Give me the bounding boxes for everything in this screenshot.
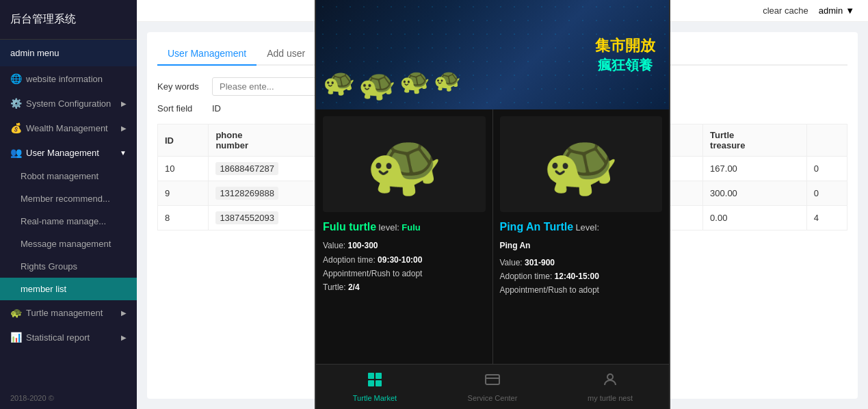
tab-user-management[interactable]: User Management [157,42,257,66]
sidebar-item-wealth-mgmt[interactable]: 💰 Wealth Management ▶ [0,116,137,140]
pingan-method: Appointment/Rush to adopt [500,283,663,297]
fulu-turtle-emoji: 🐢 [366,129,443,200]
fulu-level-prefix: level: [379,222,399,233]
col-id: ID [158,124,209,157]
sidebar-item-turtle-mgmt[interactable]: 🐢 Turtle management ▶ [0,300,137,325]
sidebar-item-label: Turtle management [26,308,103,318]
chevron-down-icon: ▼ [120,149,127,157]
sidebar-item-robot-mgmt[interactable]: Robot management [0,165,137,187]
turtle-emoji-3: 🐢 [399,67,430,103]
sidebar-sub-label: Member recommend... [21,194,110,204]
my-turtle-nest-icon [602,371,618,392]
pingan-level: Ping An [500,239,663,252]
nav-service-center[interactable]: Service Center [434,365,551,409]
fulu-time-label: Adoption time: [323,255,376,265]
turtle-icon: 🐢 [10,307,22,318]
pingan-level-prefix: Level: [575,222,599,233]
fulu-time: 09:30-10:00 [378,255,422,265]
cell-extra: 0 [806,181,847,206]
nav-service-center-label: Service Center [468,394,518,402]
turtle-cards-container: 🐢 Fulu turtle level: Fulu Value: 100-300… [316,109,669,364]
globe-icon: 🌐 [10,73,22,84]
turtle-emoji-1: 🐢 [323,67,355,103]
clear-cache-button[interactable]: clear cache [763,5,808,16]
service-center-icon [484,371,501,392]
fulu-turtle-info: Fulu turtle level: Fulu Value: 100-300 A… [323,217,486,295]
svg-rect-4 [486,375,499,384]
nav-turtle-market[interactable]: Turtle Market [316,365,434,409]
pingan-turtle-emoji: 🐢 [542,129,619,200]
sidebar-item-label: System Configuration [26,98,111,109]
fulu-turtle-count: 2/4 [348,282,360,292]
sidebar-sub-label: Robot management [21,171,98,181]
admin-menu-button[interactable]: admin ▼ [819,5,854,16]
sidebar-item-label: Statistical report [26,332,90,343]
banner-line1: 集市開放 [595,36,655,56]
chevron-icon: ▶ [121,309,127,317]
svg-point-6 [607,374,613,380]
pingan-time: 12:40-15:00 [555,272,599,281]
cell-turtle-treasure: 167.00 [703,157,807,181]
sidebar-sub-label: Rights Groups [21,261,77,272]
fulu-value: 100-300 [347,241,378,250]
tab-add-user[interactable]: Add user [257,42,315,64]
banner-turtle-icons: 🐢 🐢 🐢 🐢 [323,67,461,103]
pingan-value-label: Value: [500,258,523,267]
fulu-turtle-label: Turtle: [323,282,346,292]
col-extra [806,124,847,157]
svg-rect-3 [376,380,382,386]
fulu-name: Fulu turtle [323,221,376,233]
bottom-nav: Turtle Market Service Center my turtle n… [316,364,669,409]
sidebar-item-website-info[interactable]: 🌐 website information [0,66,137,91]
keyword-label: Key words [157,81,205,92]
pingan-turtle-image: 🐢 [500,116,663,212]
fulu-turtle-card: 🐢 Fulu turtle level: Fulu Value: 100-300… [316,109,493,364]
svg-rect-0 [368,373,374,379]
fulu-turtle-image: 🐢 [323,116,486,212]
sidebar-item-system-config[interactable]: ⚙️ System Configuration ▶ [0,91,137,116]
sidebar-sub-label: member list [21,284,66,294]
sidebar-item-stats[interactable]: 📊 Statistical report ▶ [0,325,137,349]
cell-id: 10 [158,157,209,181]
phone-value: 18688467287 [215,162,278,175]
sidebar-item-real-name[interactable]: Real-name manage... [0,210,137,233]
turtle-emoji-4: 🐢 [434,67,461,103]
cell-extra: 0 [806,157,847,181]
sidebar-item-label: Wealth Management [26,123,108,133]
pingan-time-label: Adoption time: [500,272,553,281]
pingan-turtle-card: 🐢 Ping An Turtle Level: Ping An Value: 3… [493,109,670,364]
sort-label: Sort field [157,103,205,114]
pingan-turtle-info: Ping An Turtle Level: Ping An Value: 301… [500,217,663,298]
fulu-value-label: Value: [323,241,345,250]
phone-value: 13874552093 [215,211,278,224]
cell-id: 9 [158,181,209,206]
fulu-level: Fulu [402,222,420,233]
market-banner: 🐢 🐢 🐢 🐢 集市開放 瘋狂領養 [316,0,669,109]
sidebar-item-message-mgmt[interactable]: Message management [0,233,137,255]
footer-copyright: 2018-2020 © [0,387,137,409]
chevron-icon: ▶ [121,124,127,132]
nav-my-turtle-nest[interactable]: my turtle nest [551,365,669,409]
pingan-value: 301-900 [525,258,555,267]
sidebar-item-user-mgmt[interactable]: 👥 User Management ▼ [0,140,137,165]
money-icon: 💰 [10,122,22,133]
admin-menu-label: admin menu [0,40,137,66]
cell-turtle-treasure: 300.00 [703,181,807,206]
sidebar-sub-label: Real-name manage... [21,216,106,226]
banner-text-block: 集市開放 瘋狂領養 [595,36,655,75]
gear-icon: ⚙️ [10,98,22,109]
nav-turtle-market-label: Turtle Market [353,394,397,402]
sort-value: ID [212,103,221,114]
chart-icon: 📊 [10,332,22,343]
sidebar-item-member-list[interactable]: member list [0,278,137,300]
sidebar-item-label: website information [26,74,103,84]
chevron-icon: ▶ [121,100,127,107]
app-title: 后台管理系统 [0,0,137,40]
admin-label: admin [819,5,843,16]
cell-extra: 4 [806,206,847,230]
col-turtle-treasure: Turtletreasure [703,124,807,157]
sidebar-item-member-recommend[interactable]: Member recommend... [0,187,137,210]
turtle-market-icon [367,371,383,392]
pingan-name: Ping An Turtle [500,221,574,233]
sidebar-item-rights-groups[interactable]: Rights Groups [0,255,137,278]
